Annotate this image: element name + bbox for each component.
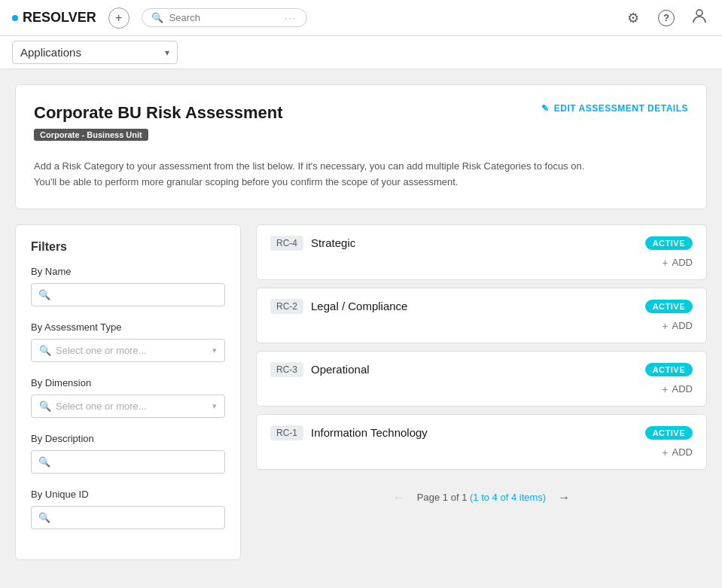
filter-by-unique-id-wrap: 🔍	[31, 506, 225, 529]
assessment-title-block: Corporate BU Risk Assessment Corporate -…	[34, 103, 283, 153]
help-button[interactable]: ?	[656, 8, 677, 29]
help-icon: ?	[658, 10, 675, 26]
pagination: ← Page 1 of 1 (1 to 4 of 4 items) →	[256, 477, 707, 510]
active-badge: ACTIVE	[645, 300, 693, 313]
filter-by-dimension: By Dimension 🔍 Select one or more... ▾	[31, 377, 225, 418]
assessment-type-chevron-icon: ▾	[212, 346, 217, 355]
risk-item: RC-3 Operational ACTIVE + ADD	[256, 351, 707, 407]
filter-by-description-label: By Description	[31, 433, 225, 444]
edit-label: EDIT ASSESSMENT DETAILS	[554, 103, 688, 114]
risk-add-button[interactable]: + ADD	[662, 257, 693, 269]
by-description-search-icon: 🔍	[38, 456, 50, 468]
pagination-text: Page 1 of 1 (1 to 4 of 4 items)	[417, 492, 546, 503]
pencil-icon: ✎	[541, 103, 550, 114]
risk-item-top: RC-1 Information Technology ACTIVE	[270, 425, 693, 440]
risk-item-bottom: + ADD	[270, 446, 693, 459]
filter-by-name: By Name 🔍	[31, 266, 225, 306]
risk-name: Information Technology	[311, 426, 428, 439]
plus-icon: +	[662, 257, 668, 269]
risk-item-bottom: + ADD	[270, 383, 693, 395]
risk-name: Legal / Compliance	[311, 300, 407, 312]
filter-by-assessment-type-label: By Assessment Type	[31, 321, 225, 333]
nav-add-button[interactable]: +	[108, 8, 129, 29]
add-label: ADD	[672, 446, 693, 458]
risk-item-right: ACTIVE	[645, 426, 693, 440]
risk-add-button[interactable]: + ADD	[662, 446, 693, 459]
active-badge: ACTIVE	[645, 363, 693, 376]
settings-button[interactable]: ⚙	[623, 8, 644, 29]
pagination-highlight: (1 to 4 of 4 items)	[470, 492, 546, 503]
nav-search-box: 🔍 ···	[142, 8, 307, 27]
user-button[interactable]	[689, 8, 710, 29]
assessment-type-search-icon: 🔍	[39, 345, 51, 356]
risk-item-right: ACTIVE	[645, 363, 693, 376]
gear-icon: ⚙	[627, 10, 639, 26]
filter-by-assessment-type: By Assessment Type 🔍 Select one or more.…	[31, 321, 225, 362]
nav-icons: ⚙ ?	[623, 8, 710, 29]
app-selector[interactable]: Applications ▾	[12, 41, 178, 64]
risk-item-top: RC-4 Strategic ACTIVE	[270, 236, 693, 251]
active-badge: ACTIVE	[645, 426, 693, 440]
nav-search-input[interactable]	[169, 12, 279, 23]
pagination-next-button[interactable]: →	[555, 488, 573, 507]
filters-panel: Filters By Name 🔍 By Assessment Type 🔍 S…	[15, 224, 241, 560]
dimension-search-icon: 🔍	[39, 401, 51, 412]
risk-categories-panel: RC-4 Strategic ACTIVE + ADD RC-2 Legal /…	[256, 224, 707, 560]
risk-item: RC-4 Strategic ACTIVE + ADD	[256, 224, 707, 280]
assessment-description: Add a Risk Category to your assessment f…	[34, 159, 688, 190]
chevron-down-icon: ▾	[165, 47, 169, 58]
by-name-search-icon: 🔍	[38, 289, 50, 300]
add-label: ADD	[672, 257, 693, 268]
active-badge: ACTIVE	[645, 236, 693, 250]
chevron-left-icon: ←	[393, 491, 405, 504]
pagination-prev-button[interactable]: ←	[390, 488, 408, 507]
logo-dot	[12, 15, 18, 21]
risk-name: Operational	[311, 363, 370, 376]
risk-add-button[interactable]: + ADD	[662, 383, 693, 395]
risk-code: RC-4	[270, 236, 303, 251]
chevron-right-icon: →	[558, 491, 570, 504]
logo-text: RESOLVER	[23, 10, 96, 26]
plus-icon: +	[662, 320, 668, 332]
main-content: Corporate BU Risk Assessment Corporate -…	[0, 69, 722, 575]
filter-by-unique-id: By Unique ID 🔍	[31, 489, 225, 529]
plus-icon: +	[115, 11, 122, 25]
filter-by-description-input[interactable]	[31, 450, 225, 474]
dimension-chevron-icon: ▾	[212, 401, 217, 411]
risk-add-button[interactable]: + ADD	[662, 320, 693, 332]
risk-item: RC-1 Information Technology ACTIVE + ADD	[256, 414, 707, 470]
filter-by-name-wrap: 🔍	[31, 283, 225, 306]
risk-item-right: ACTIVE	[645, 236, 693, 250]
app-bar: Applications ▾	[0, 36, 722, 69]
filter-by-unique-id-label: By Unique ID	[31, 489, 225, 500]
filter-by-dimension-label: By Dimension	[31, 377, 225, 388]
filters-title: Filters	[31, 240, 225, 254]
assessment-tag: Corporate - Business Unit	[34, 129, 148, 141]
risk-item-top: RC-3 Operational ACTIVE	[270, 362, 693, 377]
assessment-header: Corporate BU Risk Assessment Corporate -…	[34, 103, 688, 153]
risk-code: RC-3	[270, 362, 303, 377]
filter-by-assessment-type-select[interactable]: 🔍 Select one or more... ▾	[31, 339, 225, 362]
filter-by-description: By Description 🔍	[31, 433, 225, 474]
top-nav: RESOLVER + 🔍 ··· ⚙ ?	[0, 0, 722, 36]
pagination-page-text: Page 1 of 1	[417, 492, 470, 503]
nav-search-dots: ···	[285, 12, 297, 23]
risk-code: RC-2	[270, 299, 303, 314]
nav-search-icon: 🔍	[151, 12, 163, 23]
add-label: ADD	[672, 320, 693, 331]
filter-by-name-input[interactable]	[31, 283, 225, 306]
risk-item-left: RC-4 Strategic	[270, 236, 355, 251]
risk-item-left: RC-1 Information Technology	[270, 425, 428, 440]
risk-code: RC-1	[270, 425, 303, 440]
edit-assessment-button[interactable]: ✎ EDIT ASSESSMENT DETAILS	[541, 103, 688, 114]
logo: RESOLVER	[12, 10, 96, 26]
filter-by-dimension-select[interactable]: 🔍 Select one or more... ▾	[31, 395, 225, 418]
bottom-section: Filters By Name 🔍 By Assessment Type 🔍 S…	[15, 224, 707, 560]
risk-item-left: RC-2 Legal / Compliance	[270, 299, 407, 314]
filter-by-unique-id-input[interactable]	[31, 506, 225, 529]
risk-item-right: ACTIVE	[645, 300, 693, 313]
risk-name: Strategic	[311, 236, 355, 249]
risk-item-bottom: + ADD	[270, 257, 693, 269]
plus-icon: +	[662, 446, 668, 459]
risk-item: RC-2 Legal / Compliance ACTIVE + ADD	[256, 288, 707, 343]
